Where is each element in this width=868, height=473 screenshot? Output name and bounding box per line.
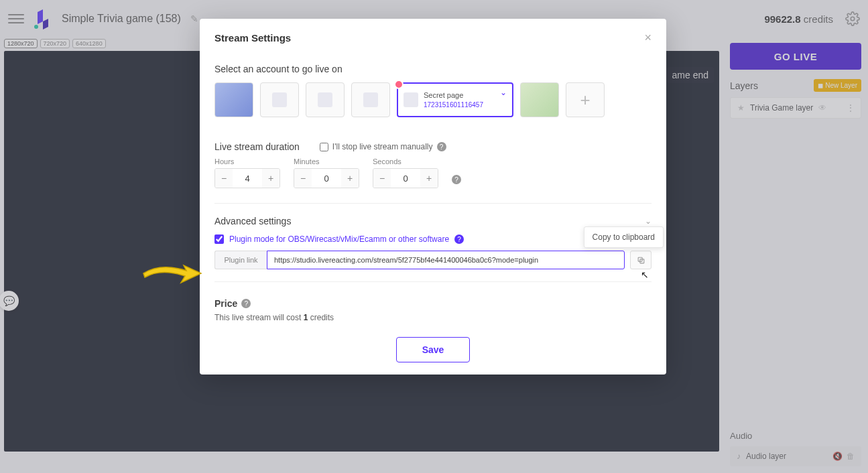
hours-increment[interactable]: + [262, 169, 280, 188]
help-icon[interactable]: ? [437, 142, 446, 151]
stop-manually-checkbox[interactable] [320, 143, 328, 151]
price-title: Price [214, 298, 237, 309]
plugin-mode-checkbox[interactable] [214, 234, 224, 244]
minutes-stepper: − + [294, 168, 359, 188]
account-option-3[interactable] [306, 82, 345, 117]
copy-tooltip: Copy to clipboard [584, 226, 664, 248]
account-option-2[interactable] [260, 82, 299, 117]
annotation-arrow [141, 260, 205, 287]
minutes-input[interactable] [312, 169, 341, 188]
plugin-help-icon[interactable]: ? [454, 234, 464, 244]
hours-label: Hours [214, 157, 280, 165]
duration-help-icon[interactable]: ? [452, 175, 461, 184]
advanced-settings-toggle[interactable]: Advanced settings ⌄ [214, 216, 652, 226]
hours-input[interactable] [233, 169, 262, 188]
duration-label: Live stream duration [214, 141, 300, 152]
select-account-label: Select an account to go live on [214, 64, 652, 74]
cursor-icon: ↖ [641, 269, 649, 280]
seconds-input[interactable] [391, 169, 420, 188]
plugin-link-input[interactable] [267, 251, 625, 269]
minutes-increment[interactable]: + [341, 169, 359, 188]
chevron-down-icon: ⌄ [645, 216, 652, 226]
stop-manually-checkbox-row[interactable]: I'll stop live stream manually ? [320, 142, 446, 151]
live-indicator-icon [394, 80, 404, 89]
price-text: This live stream will cost 1 credits [214, 313, 652, 322]
account-list: Secret page 1723151601116457 ⌄ + [214, 82, 652, 117]
seconds-label: Seconds [373, 157, 438, 165]
copy-link-button[interactable] [630, 251, 652, 269]
hours-decrement[interactable]: − [215, 169, 233, 188]
seconds-decrement[interactable]: − [373, 169, 391, 188]
save-button[interactable]: Save [396, 337, 471, 362]
account-option-1[interactable] [214, 82, 253, 117]
plugin-link-label: Plugin link [214, 251, 267, 269]
minutes-decrement[interactable]: − [294, 169, 312, 188]
account-option-6[interactable] [520, 82, 559, 117]
seconds-increment[interactable]: + [420, 169, 438, 188]
add-account-button[interactable]: + [566, 82, 605, 117]
plus-icon: + [580, 90, 590, 111]
close-modal-icon[interactable]: × [644, 31, 652, 45]
selected-account-name: Secret page [424, 90, 483, 100]
chevron-down-icon[interactable]: ⌄ [500, 88, 507, 97]
price-help-icon[interactable]: ? [241, 299, 251, 308]
account-selected[interactable]: Secret page 1723151601116457 ⌄ [397, 82, 513, 117]
account-option-4[interactable] [351, 82, 390, 117]
minutes-label: Minutes [294, 157, 359, 165]
hours-stepper: − + [214, 168, 280, 188]
stream-settings-modal: Stream Settings × Select an account to g… [200, 19, 666, 375]
modal-title: Stream Settings [214, 32, 291, 44]
seconds-stepper: − + [373, 168, 438, 188]
selected-account-id: 1723151601116457 [424, 100, 483, 109]
